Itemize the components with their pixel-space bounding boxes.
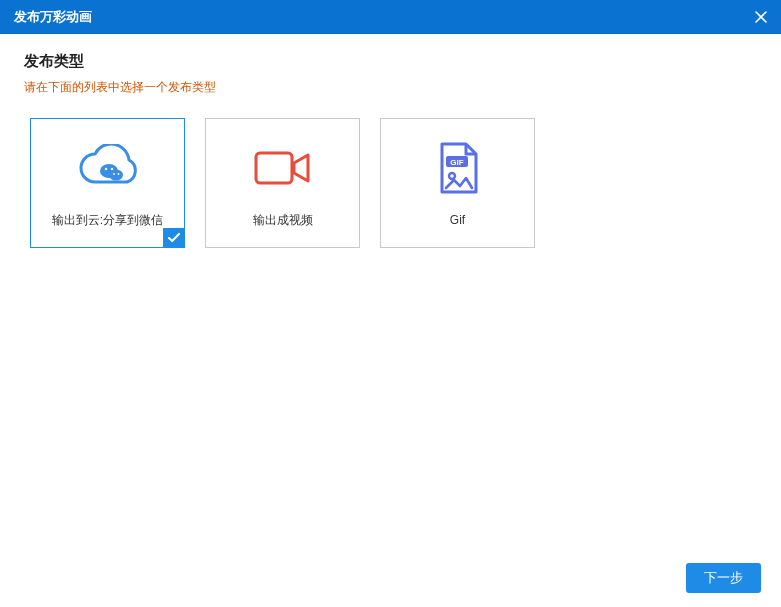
svg-point-5 (117, 173, 119, 175)
section-title: 发布类型 (24, 52, 757, 71)
svg-text:GIF: GIF (450, 158, 463, 167)
card-cloud-wechat[interactable]: 输出到云:分享到微信 (30, 118, 185, 248)
gif-icon: GIF (434, 139, 482, 199)
card-list: 输出到云:分享到微信 输出成视频 (24, 118, 757, 248)
video-icon (254, 138, 312, 198)
svg-point-1 (109, 169, 123, 180)
content-area: 发布类型 请在下面的列表中选择一个发布类型 输出到云:分享到微信 (0, 34, 781, 248)
svg-rect-6 (256, 153, 292, 183)
next-button[interactable]: 下一步 (686, 563, 761, 593)
check-icon (168, 233, 180, 243)
titlebar: 发布万彩动画 (0, 0, 781, 34)
card-gif[interactable]: GIF Gif (380, 118, 535, 248)
footer: 下一步 (686, 563, 761, 593)
close-icon (755, 11, 767, 23)
svg-point-2 (104, 167, 106, 169)
cloud-wechat-icon (75, 138, 141, 198)
window-title: 发布万彩动画 (14, 8, 92, 26)
selected-check (163, 228, 185, 248)
close-button[interactable] (749, 5, 773, 29)
card-label: 输出成视频 (253, 212, 313, 229)
section-hint: 请在下面的列表中选择一个发布类型 (24, 79, 757, 96)
card-label: 输出到云:分享到微信 (52, 212, 163, 229)
card-video[interactable]: 输出成视频 (205, 118, 360, 248)
svg-point-4 (113, 173, 115, 175)
card-label: Gif (450, 213, 465, 227)
svg-point-9 (449, 173, 455, 179)
svg-point-3 (110, 167, 112, 169)
